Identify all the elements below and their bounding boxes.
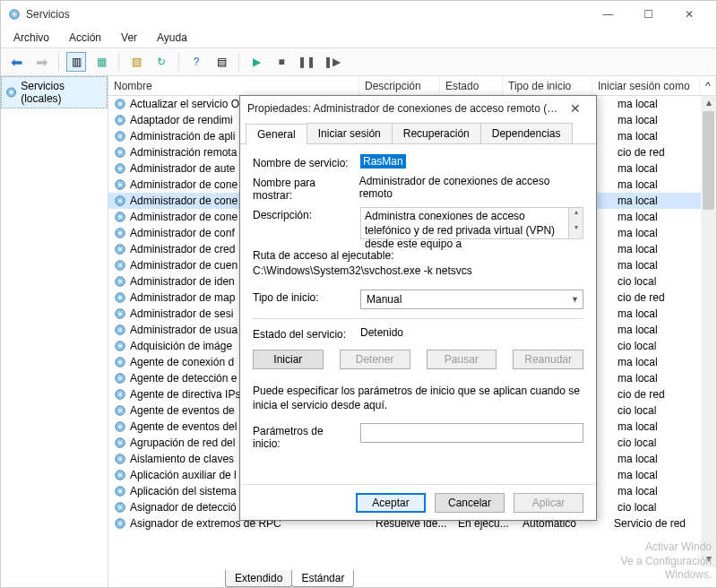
scroll-up-icon[interactable]: ▴ xyxy=(701,96,716,111)
description-value: Administra conexiones de acceso telefóni… xyxy=(360,207,583,239)
description-spinner[interactable]: ▴▾ xyxy=(568,208,583,238)
gear-icon xyxy=(114,275,126,288)
dialog-footer: Aceptar Cancelar Aplicar xyxy=(240,484,596,520)
service-logon: cio de red xyxy=(618,146,698,159)
tree-root[interactable]: Servicios (locales) xyxy=(1,76,108,108)
service-logon: ma local xyxy=(618,243,698,255)
pause-icon[interactable]: ❚❚ xyxy=(297,52,316,72)
tab-general[interactable]: General xyxy=(246,124,307,144)
restart-icon[interactable]: ❚▶ xyxy=(322,52,341,72)
apply-button: Aplicar xyxy=(514,493,583,513)
svg-point-25 xyxy=(118,264,122,267)
tab-logon[interactable]: Iniciar sesión xyxy=(307,123,393,143)
params-input[interactable] xyxy=(360,423,583,443)
gear-icon xyxy=(114,501,126,514)
refresh-icon[interactable]: ↻ xyxy=(151,52,171,72)
show-hide-icon[interactable]: ▥ xyxy=(66,52,86,72)
menubar: Archivo Acción Ver Ayuda xyxy=(1,28,716,48)
maximize-button[interactable]: ☐ xyxy=(628,2,669,27)
service-name-label: Nombre de servicio: xyxy=(253,155,351,169)
export-icon[interactable]: ▦ xyxy=(91,52,111,72)
startup-type-combo[interactable]: Manual ▼ xyxy=(360,290,583,309)
list-header: Nombre Descripción Estado Tipo de inicio… xyxy=(108,76,716,96)
gear-icon xyxy=(5,86,17,99)
col-status[interactable]: Estado xyxy=(440,76,503,95)
svg-point-15 xyxy=(118,183,122,186)
svg-point-41 xyxy=(118,393,122,396)
gear-icon xyxy=(114,291,126,304)
gear-icon xyxy=(114,130,126,143)
path-value: C:\Windows\System32\svchost.exe -k netsv… xyxy=(253,264,583,279)
tab-extended[interactable]: Extendido xyxy=(225,570,292,587)
service-logon: cio local xyxy=(618,275,698,288)
svg-point-57 xyxy=(118,522,122,525)
scroll-thumb[interactable] xyxy=(703,111,714,210)
gear-icon xyxy=(114,307,126,320)
svg-point-21 xyxy=(118,231,122,235)
service-status-value: Detenido xyxy=(360,326,403,339)
svg-point-33 xyxy=(118,328,122,332)
tab-dependencies[interactable]: Dependencias xyxy=(480,123,573,143)
gear-icon xyxy=(114,437,126,449)
gear-icon xyxy=(114,227,126,239)
scroll-down-icon[interactable]: ▾ xyxy=(701,552,716,567)
service-logon: ma local xyxy=(618,178,698,191)
col-desc[interactable]: Descripción xyxy=(359,76,440,95)
stop-button: Detener xyxy=(340,350,410,369)
ok-button[interactable]: Aceptar xyxy=(356,493,426,513)
svg-point-9 xyxy=(118,134,122,138)
scrollbar[interactable]: ▴ ▾ xyxy=(701,96,716,567)
col-name[interactable]: Nombre xyxy=(108,76,359,95)
gear-icon xyxy=(114,404,126,417)
svg-point-31 xyxy=(118,312,122,316)
col-logon[interactable]: Iniciar sesión como xyxy=(592,76,700,95)
service-logon: ma local xyxy=(618,130,698,143)
svg-point-47 xyxy=(118,441,122,445)
properties-icon[interactable]: ▧ xyxy=(126,52,146,72)
gear-icon xyxy=(114,485,126,497)
service-logon: ma local xyxy=(618,420,698,433)
service-logon: cio local xyxy=(618,501,698,514)
svg-point-37 xyxy=(118,360,122,364)
forward-icon[interactable]: ➡ xyxy=(31,52,51,72)
menu-view[interactable]: Ver xyxy=(114,30,144,46)
svg-point-27 xyxy=(118,280,122,283)
back-icon[interactable]: ⬅ xyxy=(6,52,26,72)
menu-help[interactable]: Ayuda xyxy=(150,30,194,46)
menu-file[interactable]: Archivo xyxy=(6,30,56,46)
minimize-button[interactable]: — xyxy=(588,2,628,27)
service-logon: ma local xyxy=(618,372,698,385)
service-name-value[interactable]: RasMan xyxy=(360,154,406,169)
gear-icon xyxy=(114,388,126,401)
service-logon: cio de red xyxy=(618,388,698,401)
service-logon: cio de red xyxy=(618,291,698,304)
chevron-down-icon: ▼ xyxy=(571,295,579,304)
gear-icon xyxy=(114,146,126,159)
close-button[interactable]: ✕ xyxy=(669,2,709,27)
svg-point-45 xyxy=(118,425,122,428)
tab-recovery[interactable]: Recuperación xyxy=(392,123,481,143)
tree-panel: Servicios (locales) xyxy=(1,76,108,587)
service-logon: cio local xyxy=(618,404,698,417)
filter-icon[interactable]: ▤ xyxy=(212,52,231,72)
service-logon: ma local xyxy=(618,307,698,320)
gear-icon xyxy=(114,162,126,175)
help-icon[interactable]: ? xyxy=(186,52,206,72)
titlebar: Servicios — ☐ ✕ xyxy=(1,1,716,28)
col-type[interactable]: Tipo de inicio xyxy=(503,76,592,95)
resume-button: Reanudar xyxy=(513,350,583,369)
start-button[interactable]: Iniciar xyxy=(253,350,324,369)
cancel-button[interactable]: Cancelar xyxy=(435,493,505,513)
svg-point-7 xyxy=(118,118,122,122)
service-logon: cio local xyxy=(618,340,698,352)
play-icon[interactable]: ▶ xyxy=(246,52,266,72)
stop-icon[interactable]: ■ xyxy=(272,52,291,72)
dialog-close-icon[interactable]: ✕ xyxy=(562,101,589,116)
tab-standard[interactable]: Estándar xyxy=(291,570,354,587)
svg-point-23 xyxy=(118,247,122,251)
svg-point-11 xyxy=(118,151,122,154)
gear-icon xyxy=(114,340,126,352)
svg-point-5 xyxy=(118,102,122,106)
description-label: Descripción: xyxy=(253,207,351,221)
menu-action[interactable]: Acción xyxy=(62,30,108,46)
